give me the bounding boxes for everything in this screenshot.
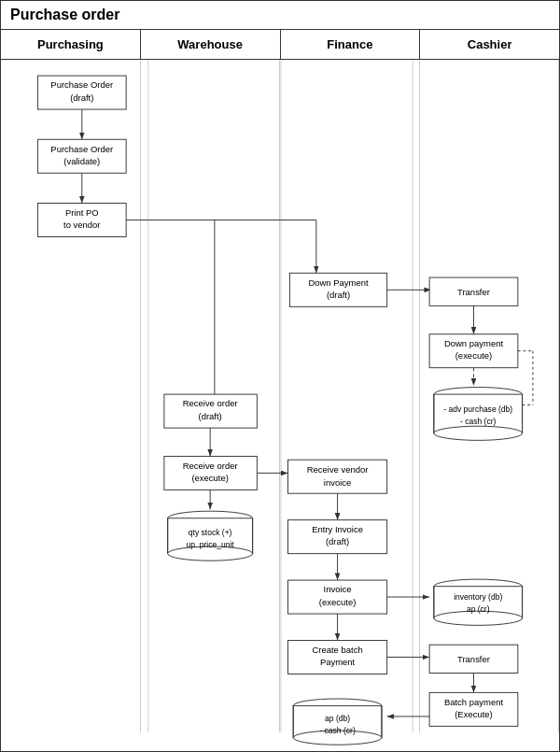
lane-purchasing: [1, 60, 141, 732]
lanes-body: Purchase Order (draft) Purchase Order (v…: [1, 60, 559, 732]
lane-header-purchasing: Purchasing: [1, 30, 141, 59]
lane-headers: Purchasing Warehouse Finance Cashier: [1, 30, 559, 60]
lane-header-finance: Finance: [281, 30, 421, 59]
swim-lanes: Purchasing Warehouse Finance Cashier: [1, 30, 559, 732]
svg-point-90: [293, 731, 382, 745]
lane-finance: [280, 60, 420, 732]
lane-warehouse: [141, 60, 281, 732]
page: Purchase order Purchasing Warehouse Fina…: [0, 0, 560, 752]
lane-cashier: [420, 60, 560, 732]
page-title: Purchase order: [1, 1, 559, 30]
lane-header-warehouse: Warehouse: [141, 30, 281, 59]
lane-header-cashier: Cashier: [420, 30, 559, 59]
